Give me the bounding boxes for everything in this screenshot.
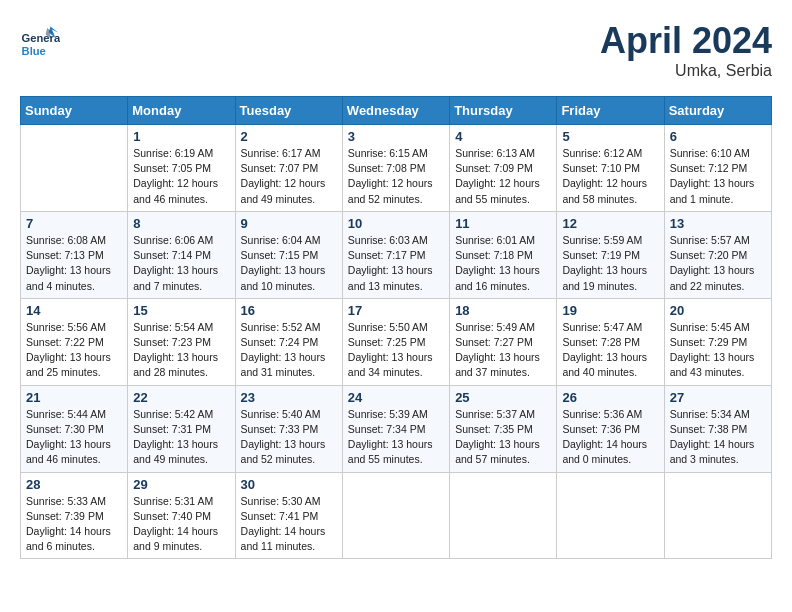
- week-row-1: 1Sunrise: 6:19 AMSunset: 7:05 PMDaylight…: [21, 125, 772, 212]
- day-number: 21: [26, 390, 122, 405]
- calendar-cell: 24Sunrise: 5:39 AMSunset: 7:34 PMDayligh…: [342, 385, 449, 472]
- logo-icon: General Blue: [20, 20, 60, 60]
- day-number: 22: [133, 390, 229, 405]
- calendar-cell: 30Sunrise: 5:30 AMSunset: 7:41 PMDayligh…: [235, 472, 342, 559]
- day-info: Sunrise: 6:13 AMSunset: 7:09 PMDaylight:…: [455, 146, 551, 207]
- calendar-cell: 23Sunrise: 5:40 AMSunset: 7:33 PMDayligh…: [235, 385, 342, 472]
- day-number: 17: [348, 303, 444, 318]
- day-info: Sunrise: 5:56 AMSunset: 7:22 PMDaylight:…: [26, 320, 122, 381]
- day-info: Sunrise: 5:30 AMSunset: 7:41 PMDaylight:…: [241, 494, 337, 555]
- calendar-cell: 18Sunrise: 5:49 AMSunset: 7:27 PMDayligh…: [450, 298, 557, 385]
- day-number: 27: [670, 390, 766, 405]
- calendar-cell: 29Sunrise: 5:31 AMSunset: 7:40 PMDayligh…: [128, 472, 235, 559]
- day-number: 25: [455, 390, 551, 405]
- calendar-cell: 28Sunrise: 5:33 AMSunset: 7:39 PMDayligh…: [21, 472, 128, 559]
- calendar-cell: 16Sunrise: 5:52 AMSunset: 7:24 PMDayligh…: [235, 298, 342, 385]
- day-info: Sunrise: 5:31 AMSunset: 7:40 PMDaylight:…: [133, 494, 229, 555]
- title-block: April 2024 Umka, Serbia: [600, 20, 772, 80]
- day-number: 4: [455, 129, 551, 144]
- column-header-tuesday: Tuesday: [235, 97, 342, 125]
- day-number: 14: [26, 303, 122, 318]
- day-info: Sunrise: 5:37 AMSunset: 7:35 PMDaylight:…: [455, 407, 551, 468]
- day-number: 9: [241, 216, 337, 231]
- calendar-cell: 22Sunrise: 5:42 AMSunset: 7:31 PMDayligh…: [128, 385, 235, 472]
- day-info: Sunrise: 5:57 AMSunset: 7:20 PMDaylight:…: [670, 233, 766, 294]
- column-header-friday: Friday: [557, 97, 664, 125]
- day-info: Sunrise: 5:54 AMSunset: 7:23 PMDaylight:…: [133, 320, 229, 381]
- svg-text:General: General: [22, 32, 60, 44]
- day-number: 20: [670, 303, 766, 318]
- calendar-cell: 26Sunrise: 5:36 AMSunset: 7:36 PMDayligh…: [557, 385, 664, 472]
- day-info: Sunrise: 5:52 AMSunset: 7:24 PMDaylight:…: [241, 320, 337, 381]
- calendar-header-row: SundayMondayTuesdayWednesdayThursdayFrid…: [21, 97, 772, 125]
- day-number: 15: [133, 303, 229, 318]
- day-info: Sunrise: 5:40 AMSunset: 7:33 PMDaylight:…: [241, 407, 337, 468]
- day-info: Sunrise: 5:36 AMSunset: 7:36 PMDaylight:…: [562, 407, 658, 468]
- day-number: 19: [562, 303, 658, 318]
- calendar-cell: [664, 472, 771, 559]
- calendar-cell: 17Sunrise: 5:50 AMSunset: 7:25 PMDayligh…: [342, 298, 449, 385]
- calendar-cell: 3Sunrise: 6:15 AMSunset: 7:08 PMDaylight…: [342, 125, 449, 212]
- day-number: 1: [133, 129, 229, 144]
- month-title: April 2024: [600, 20, 772, 62]
- day-info: Sunrise: 6:15 AMSunset: 7:08 PMDaylight:…: [348, 146, 444, 207]
- day-info: Sunrise: 5:39 AMSunset: 7:34 PMDaylight:…: [348, 407, 444, 468]
- day-info: Sunrise: 6:19 AMSunset: 7:05 PMDaylight:…: [133, 146, 229, 207]
- day-info: Sunrise: 6:08 AMSunset: 7:13 PMDaylight:…: [26, 233, 122, 294]
- week-row-4: 21Sunrise: 5:44 AMSunset: 7:30 PMDayligh…: [21, 385, 772, 472]
- calendar-cell: [450, 472, 557, 559]
- calendar-cell: [557, 472, 664, 559]
- day-number: 2: [241, 129, 337, 144]
- calendar-cell: 20Sunrise: 5:45 AMSunset: 7:29 PMDayligh…: [664, 298, 771, 385]
- day-number: 11: [455, 216, 551, 231]
- calendar-table: SundayMondayTuesdayWednesdayThursdayFrid…: [20, 96, 772, 559]
- day-info: Sunrise: 5:59 AMSunset: 7:19 PMDaylight:…: [562, 233, 658, 294]
- day-info: Sunrise: 6:01 AMSunset: 7:18 PMDaylight:…: [455, 233, 551, 294]
- calendar-cell: 6Sunrise: 6:10 AMSunset: 7:12 PMDaylight…: [664, 125, 771, 212]
- week-row-2: 7Sunrise: 6:08 AMSunset: 7:13 PMDaylight…: [21, 211, 772, 298]
- day-info: Sunrise: 5:50 AMSunset: 7:25 PMDaylight:…: [348, 320, 444, 381]
- day-number: 23: [241, 390, 337, 405]
- calendar-cell: [342, 472, 449, 559]
- day-number: 30: [241, 477, 337, 492]
- calendar-cell: 21Sunrise: 5:44 AMSunset: 7:30 PMDayligh…: [21, 385, 128, 472]
- day-info: Sunrise: 6:03 AMSunset: 7:17 PMDaylight:…: [348, 233, 444, 294]
- calendar-cell: 1Sunrise: 6:19 AMSunset: 7:05 PMDaylight…: [128, 125, 235, 212]
- day-number: 28: [26, 477, 122, 492]
- day-info: Sunrise: 6:04 AMSunset: 7:15 PMDaylight:…: [241, 233, 337, 294]
- day-number: 13: [670, 216, 766, 231]
- day-number: 29: [133, 477, 229, 492]
- calendar-cell: 7Sunrise: 6:08 AMSunset: 7:13 PMDaylight…: [21, 211, 128, 298]
- day-number: 5: [562, 129, 658, 144]
- day-info: Sunrise: 5:47 AMSunset: 7:28 PMDaylight:…: [562, 320, 658, 381]
- day-number: 26: [562, 390, 658, 405]
- calendar-cell: 13Sunrise: 5:57 AMSunset: 7:20 PMDayligh…: [664, 211, 771, 298]
- day-info: Sunrise: 5:49 AMSunset: 7:27 PMDaylight:…: [455, 320, 551, 381]
- day-info: Sunrise: 5:33 AMSunset: 7:39 PMDaylight:…: [26, 494, 122, 555]
- column-header-sunday: Sunday: [21, 97, 128, 125]
- column-header-thursday: Thursday: [450, 97, 557, 125]
- location: Umka, Serbia: [600, 62, 772, 80]
- column-header-monday: Monday: [128, 97, 235, 125]
- calendar-cell: 4Sunrise: 6:13 AMSunset: 7:09 PMDaylight…: [450, 125, 557, 212]
- day-info: Sunrise: 6:17 AMSunset: 7:07 PMDaylight:…: [241, 146, 337, 207]
- calendar-cell: 19Sunrise: 5:47 AMSunset: 7:28 PMDayligh…: [557, 298, 664, 385]
- calendar-cell: 14Sunrise: 5:56 AMSunset: 7:22 PMDayligh…: [21, 298, 128, 385]
- column-header-wednesday: Wednesday: [342, 97, 449, 125]
- week-row-5: 28Sunrise: 5:33 AMSunset: 7:39 PMDayligh…: [21, 472, 772, 559]
- day-info: Sunrise: 5:44 AMSunset: 7:30 PMDaylight:…: [26, 407, 122, 468]
- week-row-3: 14Sunrise: 5:56 AMSunset: 7:22 PMDayligh…: [21, 298, 772, 385]
- calendar-cell: 5Sunrise: 6:12 AMSunset: 7:10 PMDaylight…: [557, 125, 664, 212]
- calendar-cell: 27Sunrise: 5:34 AMSunset: 7:38 PMDayligh…: [664, 385, 771, 472]
- day-number: 10: [348, 216, 444, 231]
- day-number: 12: [562, 216, 658, 231]
- day-info: Sunrise: 6:06 AMSunset: 7:14 PMDaylight:…: [133, 233, 229, 294]
- day-number: 16: [241, 303, 337, 318]
- calendar-cell: 12Sunrise: 5:59 AMSunset: 7:19 PMDayligh…: [557, 211, 664, 298]
- day-info: Sunrise: 6:12 AMSunset: 7:10 PMDaylight:…: [562, 146, 658, 207]
- day-number: 3: [348, 129, 444, 144]
- day-number: 8: [133, 216, 229, 231]
- day-number: 7: [26, 216, 122, 231]
- calendar-cell: 10Sunrise: 6:03 AMSunset: 7:17 PMDayligh…: [342, 211, 449, 298]
- day-number: 6: [670, 129, 766, 144]
